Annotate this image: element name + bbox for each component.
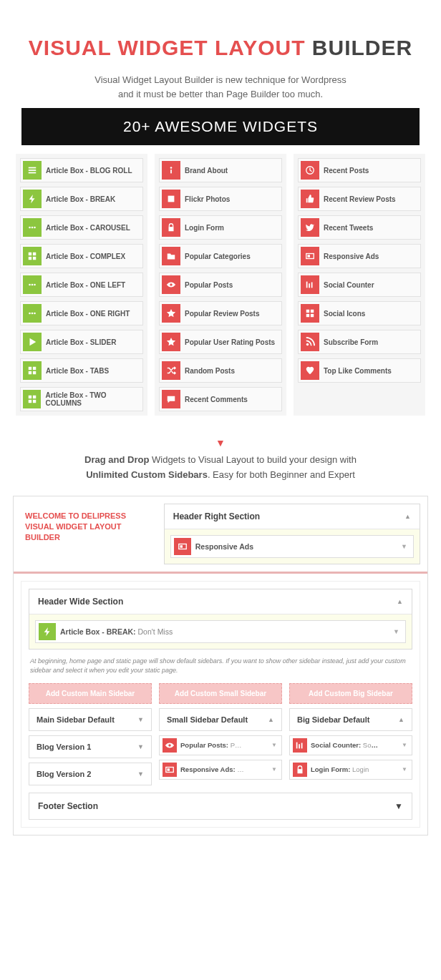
widget-item[interactable]: Recent Posts [298,158,421,182]
widget-item[interactable]: Recent Review Posts [298,187,421,211]
widget-item[interactable]: Login Form [159,215,282,240]
widget-item[interactable]: Top Like Comments [298,358,421,383]
widget-item[interactable]: Social Icons [298,301,421,325]
header-right-section[interactable]: Header Right Section▲ Responsive Ads ▼ [164,504,420,564]
widget-col-3: Recent PostsRecent Review PostsRecent Tw… [294,154,425,416]
widget-item[interactable]: Article Box - TWO COLUMNS [20,387,143,411]
chevron-down-icon: ▼ [387,628,405,635]
play-icon [23,333,42,351]
lock-icon [293,763,307,777]
random-icon [162,361,180,380]
thumb-icon [301,190,319,208]
small-sidebar-default[interactable]: Small Sidebar Default▲ [159,708,282,731]
widget-item[interactable]: Recent Tweets [298,215,421,240]
widget-item[interactable]: Article Box - BREAK [20,187,143,211]
main-sidebar-default[interactable]: Main Sidebar Default▼ [29,708,152,731]
collapse-icon[interactable]: ▲ [404,513,411,520]
chevron-down-icon: ▼ [395,543,413,550]
heart-icon [301,361,319,380]
widget-item[interactable]: Article Box - TABS [20,358,143,383]
help-note: At beginning, home page and static page … [30,657,411,676]
grid-icon [23,361,42,380]
widget-col-2: Brand AboutFlickr PhotosLogin FormPopula… [155,154,286,416]
grid-icon [301,304,319,323]
widget-item[interactable]: Article Box - ONE LEFT [20,273,143,297]
widget-item[interactable]: Popular Posts [159,273,282,297]
widget-item[interactable]: Random Posts [159,358,282,383]
list-icon [23,161,42,180]
widget-item[interactable]: Responsive Ads [298,244,421,268]
widget-item[interactable]: Article Box - COMPLEX [20,244,143,268]
widget-responsive-ads-small[interactable]: Responsive Ads: …▼ [159,760,282,780]
grid-icon [23,247,42,265]
widgets-columns: Article Box - BLOG ROLLArticle Box - BRE… [16,154,425,416]
down-arrow-icon: ▼ [13,437,428,449]
ads-icon [163,763,177,777]
counter-icon [301,275,319,294]
add-big-sidebar-button[interactable]: Add Custom Big Sidebar [289,683,412,704]
eye-icon [162,275,180,294]
widget-item[interactable]: Recent Comments [159,387,282,411]
main-sidebar-col: Add Custom Main Sidebar Main Sidebar Def… [29,683,152,785]
widget-item[interactable]: Brand About [159,158,282,182]
widget-col-1: Article Box - BLOG ROLLArticle Box - BRE… [16,154,147,416]
divider [14,572,427,574]
blog-version-1[interactable]: Blog Version 1▼ [29,735,152,758]
square-icon [162,190,180,208]
star-icon [162,304,180,323]
widget-item[interactable]: Subscribe Form [298,330,421,354]
widget-item[interactable]: Popular Categories [159,244,282,268]
lock-icon [162,218,180,237]
widget-login-form[interactable]: Login Form: Login▼ [289,760,412,780]
bolt-icon [23,190,42,208]
widget-item[interactable]: Article Box - BLOG ROLL [20,158,143,182]
widget-article-break[interactable]: Article Box - BREAK: Don't Miss ▼ [35,620,406,643]
eye-icon [163,738,177,753]
comment-icon [162,390,180,408]
counter-icon [293,738,307,753]
ads-icon [174,538,191,555]
layout-builder: WELCOME TO DELIPRESS VISUAL WIDGET LAYOU… [13,496,428,836]
widget-item[interactable]: Social Counter [298,273,421,297]
clock-icon [301,161,319,180]
big-sidebar-default[interactable]: Big Sidebar Default▲ [289,708,412,731]
widget-popular-posts[interactable]: Popular Posts: P…▼ [159,735,282,755]
info-icon [162,161,180,180]
rss-icon [301,333,319,351]
widget-item[interactable]: Article Box - CAROUSEL [20,215,143,240]
add-small-sidebar-button[interactable]: Add Custom Small Sidebar [159,683,282,704]
widgets-banner: 20+ AWESOME WIDGETS [21,108,420,145]
bolt-icon [39,623,56,640]
widget-item[interactable]: Article Box - SLIDER [20,330,143,354]
welcome-text: WELCOME TO DELIPRESS VISUAL WIDGET LAYOU… [21,504,157,564]
collapse-icon[interactable]: ▲ [397,598,403,605]
footer-section[interactable]: Footer Section▼ [29,793,412,820]
widget-social-counter[interactable]: Social Counter: Social …▼ [289,735,412,755]
dots-icon [23,304,42,323]
twitter-icon [301,218,319,237]
add-main-sidebar-button[interactable]: Add Custom Main Sidebar [29,683,152,704]
widget-item[interactable]: Popular User Rating Posts [159,330,282,354]
page-subtitle: Visual Widget Layout Builder is new tech… [13,73,428,101]
dots-icon [23,218,42,237]
small-sidebar-col: Add Custom Small Sidebar Small Sidebar D… [159,683,282,785]
widget-item[interactable]: Flickr Photos [159,187,282,211]
star-icon [162,333,180,351]
dots-icon [23,275,42,294]
grid-icon [23,390,41,408]
widget-item[interactable]: Article Box - ONE RIGHT [20,301,143,325]
header-wide-section[interactable]: Header Wide Section▲ Article Box - BREAK… [29,589,412,650]
folder-icon [162,247,180,265]
blog-version-2[interactable]: Blog Version 2▼ [29,763,152,785]
ads-icon [301,247,319,265]
widget-item[interactable]: Popular Review Posts [159,301,282,325]
page-title: VISUAL WIDGET LAYOUT BUILDER [13,36,428,60]
big-sidebar-col: Add Custom Big Sidebar Big Sidebar Defau… [289,683,412,785]
widget-responsive-ads[interactable]: Responsive Ads ▼ [170,535,414,558]
description: Drag and Drop Widgets to Visual Layout t… [27,453,414,483]
